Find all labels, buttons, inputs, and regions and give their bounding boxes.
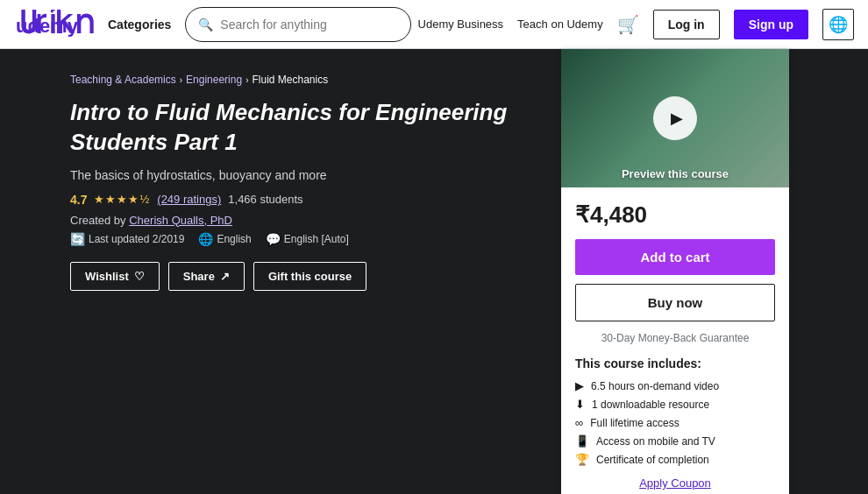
caption-meta: 💬 English [Auto] (266, 232, 349, 246)
list-item: ∞Full lifetime access (575, 416, 775, 429)
infinity-icon: ∞ (575, 416, 583, 429)
sidebar-card: ▶ Preview this course ₹4,480 Add to cart… (561, 49, 789, 494)
business-link[interactable]: Udemy Business (418, 18, 504, 31)
meta-row: 🔄 Last updated 2/2019 🌐 English 💬 Englis… (70, 232, 540, 246)
course-price: ₹4,480 (575, 201, 775, 229)
students-count: 1,466 students (228, 193, 302, 206)
caption-icon: 💬 (266, 232, 281, 246)
teach-link[interactable]: Teach on Udemy (517, 18, 603, 31)
hero-section: Teaching & Academics › Engineering › Flu… (0, 49, 868, 494)
preview-text: Preview this course (622, 167, 729, 180)
logo[interactable]: udemy (14, 10, 94, 39)
login-button[interactable]: Log in (653, 10, 720, 39)
action-buttons: Wishlist ♡ Share ↗ Gift this course (70, 262, 540, 291)
course-subtitle: The basics of hydrostatics, buoyancy and… (70, 168, 540, 182)
download-icon: ⬇ (575, 398, 585, 411)
header-links: Udemy Business Teach on Udemy 🛒 Log in S… (418, 9, 854, 40)
rating-count[interactable]: (249 ratings) (157, 193, 221, 206)
categories-button[interactable]: Categories (108, 18, 171, 32)
language-meta: 🌐 English (198, 232, 251, 246)
share-button[interactable]: Share ↗ (168, 262, 245, 291)
search-icon: 🔍 (198, 18, 213, 32)
breadcrumb-item-3: Fluid Mechanics (252, 74, 328, 86)
apply-coupon-link[interactable]: Apply Coupon (639, 476, 711, 490)
wishlist-button[interactable]: Wishlist ♡ (70, 262, 160, 291)
list-item: ⬇1 downloadable resource (575, 398, 775, 411)
course-title: Intro to Fluid Mechanics for Engineering… (70, 98, 540, 158)
update-icon: 🔄 (70, 232, 85, 246)
rating-row: 4.7 ★★★★½ (249 ratings) 1,466 students (70, 193, 540, 207)
list-item: 🏆Certificate of completion (575, 453, 775, 466)
course-info: Teaching & Academics › Engineering › Flu… (0, 49, 561, 494)
play-button[interactable]: ▶ (653, 96, 697, 140)
instructor-link[interactable]: Cherish Qualls, PhD (129, 214, 232, 227)
rating-number: 4.7 (70, 193, 87, 207)
svg-text:udemy: udemy (16, 15, 79, 37)
list-item: ▶6.5 hours on-demand video (575, 379, 775, 392)
breadcrumb-item-1[interactable]: Teaching & Academics (70, 74, 176, 86)
breadcrumb: Teaching & Academics › Engineering › Flu… (70, 74, 540, 86)
created-by-label: Created by (70, 214, 126, 227)
includes-list: ▶6.5 hours on-demand video ⬇1 downloadab… (575, 379, 775, 466)
video-icon: ▶ (575, 379, 584, 392)
signup-button[interactable]: Sign up (734, 10, 808, 39)
language-selector[interactable]: 🌐 (822, 9, 854, 40)
breadcrumb-sep-2: › (245, 75, 248, 85)
update-text: Last updated 2/2019 (89, 233, 184, 245)
course-preview-image[interactable]: ▶ Preview this course (561, 49, 789, 187)
star-rating: ★★★★½ (94, 193, 150, 206)
guarantee-text: 30-Day Money-Back Guarantee (575, 332, 775, 344)
header: udemy Categories 🔍 Udemy Business Teach … (0, 0, 868, 49)
apply-coupon[interactable]: Apply Coupon (575, 476, 775, 490)
gift-button[interactable]: Gift this course (253, 262, 366, 291)
caption-text: English [Auto] (284, 233, 349, 245)
language-text: English (217, 233, 251, 245)
add-to-cart-button[interactable]: Add to cart (575, 239, 775, 275)
breadcrumb-sep-1: › (180, 75, 182, 85)
update-meta: 🔄 Last updated 2/2019 (70, 232, 184, 246)
globe-icon: 🌐 (198, 232, 213, 246)
includes-title: This course includes: (575, 356, 775, 370)
play-icon: ▶ (671, 109, 683, 128)
cart-icon[interactable]: 🛒 (617, 14, 639, 35)
breadcrumb-item-2[interactable]: Engineering (186, 74, 242, 86)
list-item: 📱Access on mobile and TV (575, 434, 775, 448)
mobile-icon: 📱 (575, 434, 589, 448)
buy-now-button[interactable]: Buy now (575, 284, 775, 321)
search-input[interactable] (220, 18, 397, 32)
certificate-icon: 🏆 (575, 453, 589, 466)
card-body: ₹4,480 Add to cart Buy now 30-Day Money-… (561, 187, 789, 494)
search-bar[interactable]: 🔍 (185, 7, 410, 42)
created-by: Created by Cherish Qualls, PhD (70, 214, 540, 227)
